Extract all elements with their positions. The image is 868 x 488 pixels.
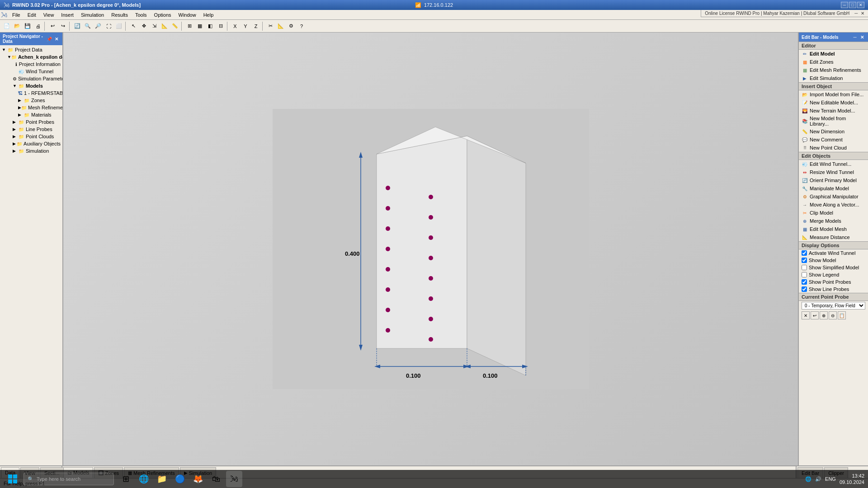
toolbar-view1[interactable]: ⊞ [184, 21, 194, 31]
orient-primary-item[interactable]: 🔄 Orient Primary Model [799, 176, 868, 184]
resize-wind-tunnel-item[interactable]: ⇔ Resize Wind Tunnel [799, 168, 868, 176]
edit-zones-item[interactable]: ▦ Edit Zones [799, 58, 868, 66]
toolbar-move[interactable]: ✥ [139, 21, 149, 31]
tree-simulation[interactable]: ▶ 📁 Simulation [11, 147, 62, 155]
graphical-manipulator-item[interactable]: ⚙ Graphical Manipulator [799, 192, 868, 201]
tree-point-probes[interactable]: ▶ 📁 Point Probes [11, 118, 62, 126]
taskbar-search[interactable]: 🔍 Type here to search [24, 473, 114, 485]
toolbar-b2[interactable]: 📏 [170, 21, 180, 31]
menu-view[interactable]: View [40, 11, 58, 19]
tree-aux-objects[interactable]: ▶ 📁 Auxiliary Objects [11, 140, 62, 147]
toolbar-settings[interactable]: ⚙ [286, 21, 296, 31]
license-close[interactable]: ✕ [861, 11, 864, 16]
menu-insert[interactable]: Insert [57, 11, 77, 19]
new-terrain-item[interactable]: 🌄 New Terrain Model... [799, 107, 868, 115]
toolbar-view2[interactable]: ▦ [195, 21, 205, 31]
taskbar-app-rwind[interactable]: 🌬 [226, 471, 242, 487]
toolbar-undo[interactable]: ↩ [47, 21, 57, 31]
toolbar-axis-z[interactable]: Z [251, 21, 261, 31]
expand-project-data[interactable]: ▼ [2, 47, 7, 52]
taskbar-app-edge[interactable]: 🌐 [136, 471, 152, 487]
expand-materials[interactable]: ▶ [18, 113, 24, 117]
measure-distance-item[interactable]: 📐 Measure Distance [799, 233, 868, 241]
start-button[interactable] [4, 470, 22, 488]
show-legend-option[interactable]: Show Legend [799, 271, 868, 278]
merge-models-item[interactable]: ⊕ Merge Models [799, 217, 868, 225]
edit-mesh-item[interactable]: ▦ Edit Mesh Refinements [799, 66, 868, 74]
menu-help[interactable]: Help [200, 11, 217, 19]
panel-close[interactable]: ✕ [53, 36, 60, 42]
right-panel-close[interactable]: ✕ [859, 34, 865, 40]
show-line-probes-option[interactable]: Show Line Probes [799, 286, 868, 293]
probe-remove-btn[interactable]: ⊖ [829, 311, 837, 319]
new-point-cloud-item[interactable]: ⠿ New Point Cloud [799, 144, 868, 152]
toolbar-b1[interactable]: 📐 [160, 21, 170, 31]
toolbar-axis-y[interactable]: Y [241, 21, 250, 31]
probe-copy-btn[interactable]: 📋 [838, 311, 846, 319]
probe-add-btn[interactable]: ⊕ [820, 311, 828, 319]
taskbar-app-store[interactable]: 🛍 [208, 471, 224, 487]
menu-edit[interactable]: Edit [24, 11, 40, 19]
menu-file[interactable]: File [9, 11, 24, 19]
show-model-checkbox[interactable] [802, 258, 807, 263]
toolbar-scale[interactable]: ⇲ [149, 21, 159, 31]
move-along-vector-item[interactable]: → Move Along a Vector... [799, 201, 868, 209]
toolbar-help[interactable]: ? [297, 21, 307, 31]
tree-materials[interactable]: ▶ 📁 Materials [16, 111, 62, 118]
edit-model-item[interactable]: ✏ Edit Model [799, 50, 868, 58]
taskbar-app-chrome[interactable]: 🔵 [172, 471, 188, 487]
show-point-probes-option[interactable]: Show Point Probes [799, 278, 868, 286]
toolbar-redo[interactable]: ↪ [58, 21, 68, 31]
expand-mesh[interactable]: ▶ [18, 105, 21, 110]
expand-point-clouds[interactable]: ▶ [13, 134, 18, 139]
toolbar-new[interactable]: 📄 [2, 21, 12, 31]
tree-models[interactable]: ▼ 📁 Models [11, 82, 62, 89]
manipulate-model-item[interactable]: 🔧 Manipulate Model [799, 184, 868, 192]
menu-options[interactable]: Options [151, 11, 175, 19]
expand-line-probes[interactable]: ▶ [13, 127, 18, 131]
expand-zones[interactable]: ▶ [18, 98, 24, 103]
toolbar-axis-x[interactable]: X [230, 21, 240, 31]
probe-delete-btn[interactable]: ✕ [802, 311, 810, 319]
tree-mesh[interactable]: ▶ 📁 Mesh Refinements [16, 104, 62, 111]
tree-zones[interactable]: ▶ 📁 Zones [16, 97, 62, 104]
expand-models[interactable]: ▼ [13, 84, 18, 88]
close-button[interactable]: ✕ [857, 2, 864, 8]
tree-project-info[interactable]: ℹ Project Information [11, 61, 62, 68]
viewport[interactable]: 0.400 0.100 0.100 [63, 33, 798, 465]
tree-project-data[interactable]: ▼ 📁 Project Data [0, 46, 62, 53]
toolbar-view3[interactable]: ◧ [205, 21, 215, 31]
show-simplified-option[interactable]: Show Simplified Model [799, 264, 868, 271]
panel-pin[interactable]: 📌 [46, 36, 52, 42]
show-model-option[interactable]: Show Model [799, 257, 868, 264]
toolbar-open[interactable]: 📂 [12, 21, 22, 31]
toolbar-wireframe[interactable]: ⬜ [114, 21, 124, 31]
new-comment-item[interactable]: 💬 New Comment [799, 136, 868, 144]
toolbar-clip[interactable]: ✂ [265, 21, 275, 31]
tree-line-probes[interactable]: ▶ 📁 Line Probes [11, 126, 62, 133]
menu-results[interactable]: Results [108, 11, 132, 19]
tree-sim-params[interactable]: ⚙ Simulation Parameters [11, 75, 62, 82]
edit-simulation-item[interactable]: ▶ Edit Simulation [799, 74, 868, 82]
menu-tools[interactable]: Tools [132, 11, 151, 19]
tree-point-clouds[interactable]: ▶ 📁 Point Clouds [11, 133, 62, 140]
edit-model-mesh-item[interactable]: ▦ Edit Model Mesh [799, 225, 868, 233]
show-simplified-checkbox[interactable] [802, 265, 807, 270]
minimize-button[interactable]: ─ [841, 2, 848, 8]
new-editable-item[interactable]: 📝 New Editable Model... [799, 99, 868, 107]
edit-wind-tunnel-item[interactable]: 💨 Edit Wind Tunnel... [799, 160, 868, 168]
toolbar-select[interactable]: ↖ [128, 21, 138, 31]
toolbar-save[interactable]: 💾 [23, 21, 33, 31]
tree-achen[interactable]: ▼ 📁 Achen_k epsilon degree [5, 53, 62, 61]
taskbar-app-task-view[interactable]: ⊞ [118, 471, 134, 487]
toolbar-zoom-out[interactable]: 🔎 [93, 21, 103, 31]
show-legend-checkbox[interactable] [802, 272, 807, 277]
tree-wind-tunnel[interactable]: 💨 Wind Tunnel [11, 68, 62, 75]
toolbar-measure[interactable]: 📐 [276, 21, 286, 31]
right-panel-pin[interactable]: ─ [852, 34, 858, 40]
import-model-item[interactable]: 📂 Import Model from File... [799, 90, 868, 99]
toolbar-view4[interactable]: ⊟ [216, 21, 226, 31]
tree-rfem[interactable]: 🏗 1 - RFEM/RSTAB Mo [16, 89, 62, 97]
maximize-button[interactable]: □ [849, 2, 856, 8]
expand-aux[interactable]: ▶ [13, 141, 17, 146]
